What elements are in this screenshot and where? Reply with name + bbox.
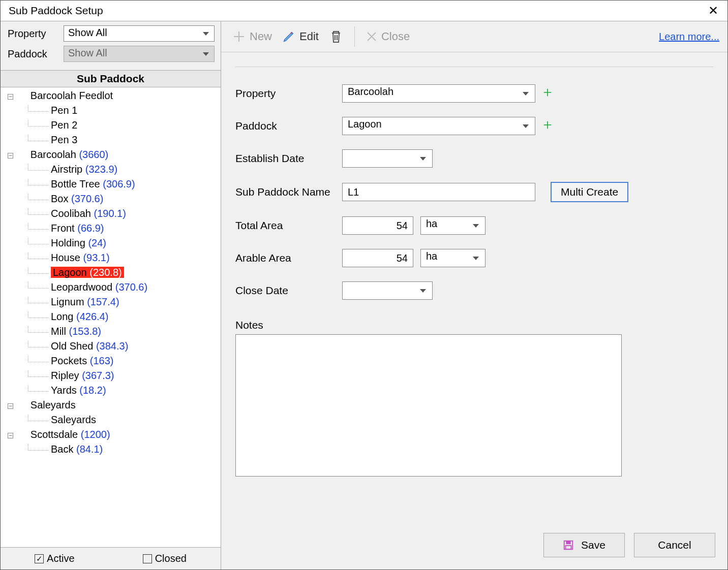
save-icon [563,540,574,551]
filter-paddock-label: Paddock [8,48,64,60]
sub-paddock-name-label: Sub Paddock Name [235,186,342,198]
notes-label: Notes [235,319,713,331]
add-paddock-button[interactable]: ＋ [540,119,555,133]
sub-paddock-setup-window: Sub Paddock Setup ✕ Property Show All Pa… [0,0,728,570]
tree-leaf[interactable]: Pen 3 [1,133,221,147]
svg-rect-2 [566,546,571,549]
filter-property-select[interactable]: Show All [64,25,215,42]
total-area-unit-select[interactable]: ha [420,216,486,235]
tree-leaf[interactable]: Lignum (157.4) [1,295,221,309]
tree-leaf[interactable]: Coolibah (190.1) [1,206,221,221]
collapse-icon[interactable]: − [8,153,13,159]
tree-leaf[interactable]: Bottle Tree (306.9) [1,177,221,192]
plus-icon [232,30,246,43]
learn-more-link[interactable]: Learn more... [659,31,719,43]
close-date-input[interactable] [342,281,433,300]
x-icon [366,31,377,42]
tree-leaf[interactable]: Yards (18.2) [1,383,221,398]
paddock-label: Paddock [235,120,342,132]
edit-button[interactable]: Edit [279,28,322,45]
notes-textarea[interactable] [235,334,622,477]
arable-area-input[interactable] [342,249,413,267]
tree-leaf[interactable]: Airstrip (323.9) [1,162,221,177]
collapse-icon[interactable]: − [8,403,13,409]
closed-checkbox[interactable]: Closed [143,553,187,564]
delete-button[interactable] [326,27,346,46]
tree-leaf[interactable]: Old Shed (384.3) [1,339,221,354]
tree-leaf[interactable]: House (93.1) [1,250,221,265]
cancel-button[interactable]: Cancel [634,533,715,557]
establish-date-input[interactable] [342,149,433,168]
new-button[interactable]: New [229,28,275,45]
tree-leaf[interactable]: Leopardwood (370.6) [1,280,221,295]
save-button[interactable]: Save [543,533,625,557]
tree-leaf[interactable]: Back (84.1) [1,442,221,457]
sub-paddock-name-input[interactable] [342,183,535,201]
tree-leaf[interactable]: Pen 1 [1,103,221,118]
paddock-select[interactable]: Lagoon [342,117,535,135]
tree-leaf[interactable]: Holding (24) [1,236,221,250]
window-title: Sub Paddock Setup [9,5,103,17]
arable-area-label: Arable Area [235,252,342,264]
collapse-icon[interactable]: − [8,433,13,438]
multi-create-button[interactable]: Multi Create [551,182,628,202]
close-icon[interactable]: ✕ [705,4,721,18]
add-property-button[interactable]: ＋ [540,86,555,101]
tree-leaf[interactable]: Front (66.9) [1,221,221,236]
property-label: Property [235,87,342,100]
pencil-icon [282,30,295,43]
filter-paddock-select: Show All [64,46,215,62]
paddock-tree[interactable]: − Barcoolah FeedlotPen 1Pen 2Pen 3− Barc… [1,87,221,547]
tree-leaf[interactable]: Lagoon (230.8) [1,265,221,280]
arable-area-unit-select[interactable]: ha [420,249,486,267]
total-area-input[interactable] [342,216,413,235]
tree-group[interactable]: − Saleyards [1,398,221,413]
tree-group[interactable]: − Barcoolah Feedlot [1,88,221,103]
close-button[interactable]: Close [363,28,413,45]
filter-property-label: Property [8,28,64,40]
right-panel: New Edit Close Learn more... [221,21,727,569]
tree-group[interactable]: − Scottsdale (1200) [1,427,221,442]
svg-rect-1 [566,541,570,544]
tree-leaf[interactable]: Mill (153.8) [1,324,221,339]
tree-leaf[interactable]: Saleyards [1,413,221,427]
trash-icon [329,29,343,44]
tree-leaf[interactable]: Box (370.6) [1,192,221,206]
titlebar: Sub Paddock Setup ✕ [1,1,727,21]
active-checkbox[interactable]: Active [35,553,74,564]
toolbar: New Edit Close Learn more... [221,21,727,52]
tree-group[interactable]: − Barcoolah (3660) [1,147,221,162]
left-panel: Property Show All Paddock Show All Sub P… [1,21,221,569]
total-area-label: Total Area [235,219,342,232]
collapse-icon[interactable]: − [8,94,13,100]
tree-leaf[interactable]: Long (426.4) [1,309,221,324]
establish-date-label: Establish Date [235,152,342,165]
property-select[interactable]: Barcoolah [342,84,535,103]
tree-header: Sub Paddock [1,70,221,87]
tree-leaf[interactable]: Ripley (367.3) [1,368,221,383]
close-date-label: Close Date [235,284,342,297]
tree-leaf[interactable]: Pockets (163) [1,354,221,368]
tree-leaf[interactable]: Pen 2 [1,118,221,133]
